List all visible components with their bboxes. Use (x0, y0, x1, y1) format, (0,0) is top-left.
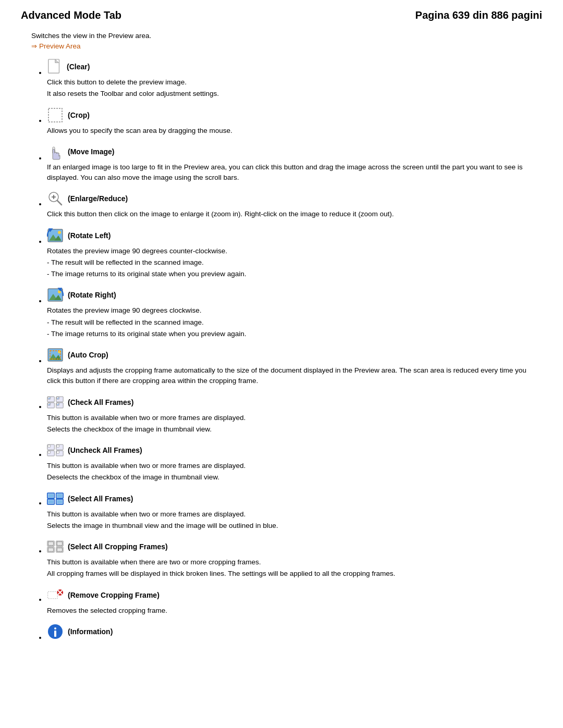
feature-list: (Clear) Click this button to delete the … (31, 58, 532, 640)
move-label: (Move Image) (68, 147, 114, 156)
select-all-cropping-frames-desc-2: All cropping frames will be displayed in… (47, 569, 532, 579)
list-item-enlarge: (Enlarge/Reduce) Click this button then … (47, 190, 532, 219)
rotate-right-desc-1: Rotates the preview image 90 degrees clo… (47, 305, 532, 316)
rotate-left-desc-2: - The result will be reflected in the sc… (47, 257, 532, 268)
auto-crop-desc-1: Displays and adjusts the cropping frame … (47, 365, 532, 387)
list-item-information: (Information) (47, 623, 532, 640)
remove-cropping-frame-icon (47, 587, 64, 603)
select-all-cropping-frames-label: (Select All Cropping Frames) (68, 542, 168, 551)
rotate-right-desc-3: - The image returns to its original stat… (47, 329, 532, 339)
select-all-frames-icon (47, 490, 64, 507)
crop-desc-1: Allows you to specify the scan area by d… (47, 126, 532, 136)
svg-point-13 (58, 231, 61, 234)
svg-line-9 (57, 201, 62, 205)
select-all-cropping-frames-desc-1: This button is available when there are … (47, 557, 532, 567)
rotate-left-desc-1: Rotates the preview image 90 degrees cou… (47, 246, 532, 256)
information-icon (47, 623, 64, 640)
svg-rect-46 (57, 493, 62, 497)
list-item-crop: (Crop) Allows you to specify the scan ar… (47, 107, 532, 136)
rotate-left-icon (47, 227, 64, 244)
enlarge-label: (Enlarge/Reduce) (68, 194, 128, 203)
list-item-select-all-frames: (Select All Frames) This button is avail… (47, 490, 532, 532)
enlarge-desc-1: Click this button then click on the imag… (47, 209, 532, 219)
list-item-auto-crop: (Auto Crop) Displays and adjusts the cro… (47, 347, 532, 387)
svg-rect-39 (48, 451, 51, 453)
list-item-move: (Move Image) If an enlarged image is too… (47, 143, 532, 183)
uncheck-all-frames-desc-2: Deselects the checkbox of the image in t… (47, 472, 532, 483)
preview-area-link[interactable]: Preview Area (31, 42, 81, 50)
page-number: Pagina 639 din 886 pagini (415, 9, 542, 21)
clear-desc-1: Click this button to delete the preview … (47, 77, 532, 88)
list-item-clear: (Clear) Click this button to delete the … (47, 58, 532, 100)
check-all-frames-icon (47, 394, 64, 411)
remove-cropping-frame-label: (Remove Cropping Frame) (68, 591, 160, 599)
list-item-rotate-left: (Rotate Left) Rotates the preview image … (47, 227, 532, 280)
rotate-left-desc-3: - The image returns to its original stat… (47, 269, 532, 279)
check-all-frames-desc-1: This button is available when two or mor… (47, 413, 532, 423)
select-all-frames-label: (Select All Frames) (68, 495, 133, 503)
svg-point-62 (54, 627, 56, 630)
uncheck-all-frames-label: (Uncheck All Frames) (68, 446, 142, 454)
uncheck-all-frames-icon (47, 442, 64, 459)
rotate-right-label: (Rotate Right) (68, 291, 116, 299)
clear-label: (Clear) (67, 63, 90, 71)
rotate-left-label: (Rotate Left) (68, 231, 111, 240)
select-all-frames-desc-2: Selects the image in thumbnail view and … (47, 521, 532, 531)
list-item-uncheck-all-frames: (Uncheck All Frames) This button is avai… (47, 442, 532, 483)
crop-label: (Crop) (68, 111, 90, 119)
svg-rect-2 (48, 108, 62, 122)
list-item-rotate-right: (Rotate Right) Rotates the preview image… (47, 287, 532, 339)
auto-crop-icon (47, 347, 64, 363)
select-all-frames-desc-1: This button is available when two or mor… (47, 509, 532, 520)
svg-rect-37 (48, 445, 51, 447)
check-all-frames-label: (Check All Frames) (68, 398, 133, 406)
uncheck-all-frames-desc-1: This button is available when two or mor… (47, 461, 532, 471)
svg-rect-38 (57, 445, 59, 447)
rotate-right-desc-2: - The result will be reflected in the sc… (47, 317, 532, 328)
intro-text: Switches the view in the Preview area. (31, 32, 532, 40)
rotate-right-icon (47, 287, 64, 303)
move-desc-1: If an enlarged image is too large to fit… (47, 162, 532, 183)
svg-rect-40 (57, 451, 59, 453)
select-all-cropping-frames-icon (47, 538, 64, 555)
page-title: Advanced Mode Tab (21, 9, 121, 21)
list-item-remove-cropping-frame: (Remove Cropping Frame) Removes the sele… (47, 587, 532, 616)
auto-crop-label: (Auto Crop) (68, 351, 108, 359)
list-item-select-all-cropping-frames: (Select All Cropping Frames) This button… (47, 538, 532, 579)
svg-rect-48 (57, 500, 62, 503)
svg-rect-63 (54, 631, 56, 637)
svg-rect-47 (48, 500, 54, 503)
clear-icon (47, 58, 63, 75)
clear-desc-2: It also resets the Toolbar and color adj… (47, 89, 532, 99)
svg-point-18 (58, 290, 61, 293)
enlarge-icon (47, 190, 64, 207)
move-icon (47, 143, 64, 160)
check-all-frames-desc-2: Selects the checkbox of the image in thu… (47, 424, 532, 435)
svg-rect-45 (48, 493, 54, 497)
svg-rect-57 (48, 591, 58, 598)
information-label: (Information) (68, 627, 113, 636)
remove-cropping-frame-desc-1: Removes the selected cropping frame. (47, 606, 532, 616)
list-item-check-all-frames: (Check All Frames) This button is availa… (47, 394, 532, 435)
crop-icon (47, 107, 64, 124)
